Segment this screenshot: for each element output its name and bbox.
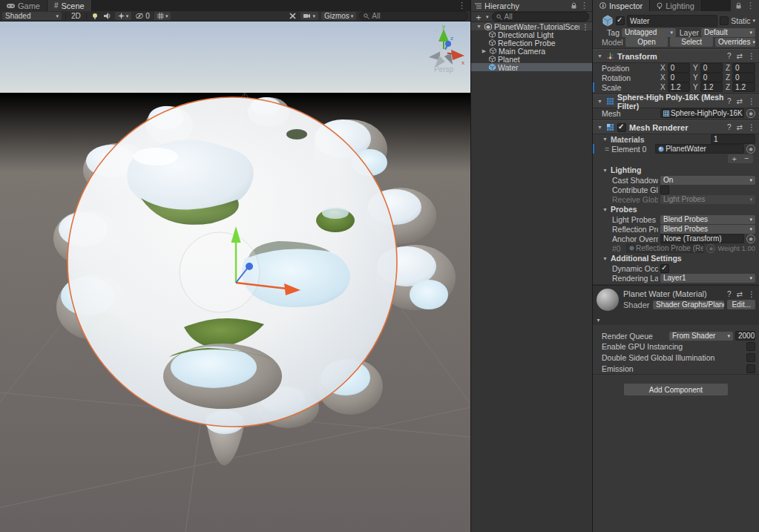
expand-icon[interactable]: ▶ — [481, 48, 487, 54]
scene-viewport[interactable]: y x z Persp — [0, 22, 470, 532]
scene-tools-icon[interactable] — [288, 12, 298, 20]
rotation-x-field[interactable]: 0 — [668, 73, 690, 82]
anchor-override-field[interactable]: None (Transform) — [660, 234, 744, 243]
model-select-button[interactable]: Select — [670, 37, 713, 47]
help-icon[interactable]: ? — [727, 52, 732, 60]
2d-toggle[interactable]: 2D — [70, 12, 82, 20]
rotation-z-field[interactable]: 0 — [732, 73, 755, 82]
hierarchy-item-directional-light[interactable]: Directional Light — [471, 30, 592, 39]
scene-menu-icon[interactable]: ⋮ — [582, 22, 593, 31]
position-x-field[interactable]: 0 — [668, 63, 690, 73]
tab-inspector[interactable]: Inspector — [593, 0, 650, 11]
element0-material-field[interactable]: PlanetWater — [655, 144, 744, 154]
menu-icon[interactable]: ⋮ — [748, 290, 755, 298]
foldout-icon[interactable]: ▼ — [476, 24, 482, 29]
mesh-renderer-header[interactable]: ▼ Mesh Renderer ?⇄⋮ — [593, 120, 759, 134]
presets-icon[interactable]: ⇄ — [737, 97, 743, 105]
hierarchy-menu-icon[interactable]: ⋮ — [580, 1, 588, 10]
material-element-row[interactable]: = Element 0 PlanetWater — [593, 144, 759, 154]
rendering-layer-dropdown[interactable]: Layer1▾ — [660, 274, 755, 283]
inspector-menu-icon[interactable]: ⋮ — [746, 1, 755, 10]
double-sided-gi-checkbox[interactable] — [746, 353, 755, 362]
add-component-button[interactable]: Add Component — [624, 384, 728, 395]
foldout-icon[interactable]: ▼ — [597, 99, 603, 104]
menu-icon[interactable]: ⋮ — [748, 123, 755, 131]
mesh-object-field[interactable]: Sphere-HighPoly-16K — [660, 108, 744, 118]
object-name-field[interactable]: Water — [627, 15, 717, 27]
renderer-enabled-checkbox[interactable] — [617, 123, 626, 132]
static-label[interactable]: Static — [731, 16, 750, 25]
position-z-field[interactable]: 0 — [732, 63, 755, 73]
scene-visibility-toggle[interactable]: 0 — [134, 12, 151, 20]
projection-label[interactable]: Persp — [434, 65, 454, 73]
help-icon[interactable]: ? — [727, 123, 732, 131]
dynamic-occlusion-checkbox[interactable] — [660, 264, 669, 273]
scale-z-field[interactable]: 1.2 — [732, 82, 755, 92]
mesh-filter-header[interactable]: ▼ Sphere-High Poly-16K (Mesh Filter) ?⇄⋮ — [593, 94, 759, 108]
gizmos-dropdown[interactable]: Gizmos ▾ — [321, 12, 356, 20]
render-queue-value-field[interactable]: 2000 — [735, 331, 755, 341]
model-open-button[interactable]: Open — [625, 37, 668, 47]
layer-dropdown[interactable]: Default▾ — [701, 28, 755, 37]
contribute-gi-checkbox[interactable] — [660, 185, 669, 194]
gpu-instancing-checkbox[interactable] — [746, 342, 755, 351]
scene-grid-dropdown[interactable]: ▾ — [154, 12, 171, 20]
scale-y-field[interactable]: 1.2 — [700, 82, 723, 92]
lighting-subheader[interactable]: ▼Lighting — [593, 165, 759, 175]
shader-dropdown[interactable]: Shader Graphs/PlanetWater-▾ — [653, 301, 724, 309]
scale-x-field[interactable]: 1.2 — [668, 82, 690, 92]
object-picker-icon[interactable] — [746, 109, 755, 118]
shader-edit-button[interactable]: Edit... — [727, 300, 755, 309]
scene-panel-menu-icon[interactable]: ⋮ — [453, 0, 470, 11]
lock-icon[interactable] — [571, 2, 577, 10]
remove-element-button[interactable]: − — [740, 154, 753, 163]
add-object-dropdown-icon[interactable]: ▾ — [486, 14, 489, 20]
presets-icon[interactable]: ⇄ — [737, 52, 743, 60]
scene-search-input[interactable]: All — [359, 11, 468, 21]
presets-icon[interactable]: ⇄ — [737, 290, 743, 298]
add-object-button[interactable]: ＋ — [474, 13, 483, 21]
material-foldout-icon[interactable]: ▼ — [596, 318, 601, 323]
drag-handle-icon[interactable]: = — [605, 145, 609, 154]
materials-count-field[interactable]: 1 — [711, 134, 755, 144]
add-element-button[interactable]: ＋ — [728, 154, 740, 163]
gameobject-icon[interactable] — [602, 15, 614, 27]
help-icon[interactable]: ? — [727, 97, 732, 105]
scene-camera-dropdown[interactable]: ▾ — [300, 12, 318, 20]
tab-game[interactable]: Game — [0, 0, 47, 11]
render-queue-dropdown[interactable]: From Shader▾ — [669, 332, 733, 341]
foldout-icon[interactable]: ▼ — [597, 125, 603, 130]
gizmo-z-handle[interactable] — [246, 263, 253, 270]
rotation-y-field[interactable]: 0 — [700, 73, 723, 82]
reflection-probes-dropdown[interactable]: Blend Probes▾ — [660, 225, 755, 234]
hierarchy-item-planet[interactable]: Planet — [471, 55, 592, 63]
lock-icon[interactable] — [735, 2, 742, 10]
static-dropdown-icon[interactable]: ▾ — [752, 18, 755, 24]
probes-subheader[interactable]: ▼Probes — [593, 204, 759, 214]
foldout-icon[interactable]: ▼ — [602, 137, 608, 142]
active-checkbox[interactable] — [616, 16, 625, 25]
light-probes-dropdown[interactable]: Blend Probes▾ — [660, 215, 755, 224]
overrides-dropdown[interactable]: Overrides▾ — [715, 38, 755, 47]
scene-audio-toggle-icon[interactable] — [102, 12, 112, 20]
transform-header[interactable]: ▼ Transform ?⇄⋮ — [593, 49, 759, 63]
material-preview-thumbnail[interactable] — [597, 289, 619, 311]
hierarchy-item-main-camera[interactable]: ▶ Main Camera — [471, 47, 592, 55]
tab-lighting[interactable]: Lighting — [650, 0, 702, 11]
hierarchy-item-water[interactable]: Water — [471, 63, 592, 71]
materials-row[interactable]: ▼ Materials 1 — [593, 134, 759, 144]
object-picker-icon[interactable] — [746, 145, 755, 154]
gizmo-center[interactable] — [440, 49, 447, 56]
scene-lighting-toggle-icon[interactable] — [91, 12, 99, 20]
menu-icon[interactable]: ⋮ — [748, 52, 755, 60]
menu-icon[interactable]: ⋮ — [748, 97, 755, 105]
static-checkbox[interactable] — [720, 16, 729, 25]
tag-dropdown[interactable]: Untagged▾ — [622, 28, 676, 37]
foldout-icon[interactable]: ▼ — [597, 53, 603, 59]
tab-scene[interactable]: # Scene — [47, 0, 92, 11]
hierarchy-item-reflection-probe[interactable]: Reflection Probe — [471, 39, 592, 47]
additional-settings-subheader[interactable]: ▼Additional Settings — [593, 253, 759, 263]
help-icon[interactable]: ? — [727, 290, 732, 298]
object-picker-icon[interactable] — [746, 234, 755, 243]
cast-shadows-dropdown[interactable]: On▾ — [660, 176, 755, 185]
